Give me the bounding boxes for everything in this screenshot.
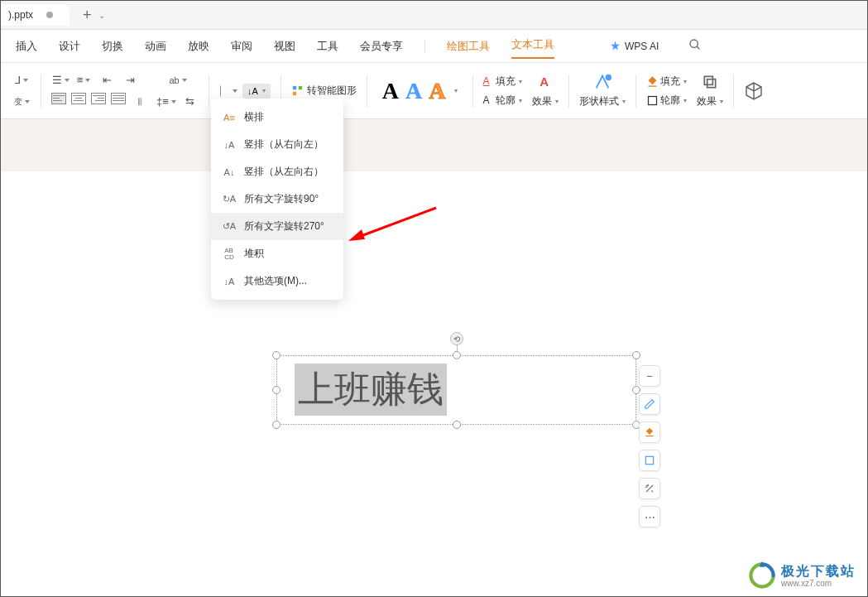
- resize-handle-tm[interactable]: [453, 351, 461, 359]
- bucket-icon: [644, 426, 655, 438]
- textbox-content[interactable]: 上班赚钱: [295, 363, 447, 416]
- shape-style-dropdown[interactable]: 形状样式▾: [579, 94, 626, 108]
- text-effects-dropdown[interactable]: ab: [169, 71, 187, 89]
- increase-indent-button[interactable]: ⇥: [121, 71, 139, 89]
- shape-effect-icon: [702, 73, 718, 91]
- text-effect-dropdown[interactable]: 效果▾: [532, 94, 559, 108]
- menu-stacked[interactable]: ABCD 堆积: [211, 240, 343, 267]
- svg-rect-4: [293, 92, 296, 95]
- watermark-logo: [748, 561, 776, 590]
- align-right-button[interactable]: [91, 93, 106, 104]
- svg-marker-12: [348, 229, 365, 241]
- shape-fill-dropdown[interactable]: 填充▾: [646, 75, 687, 89]
- svg-rect-8: [648, 96, 656, 104]
- cube-icon[interactable]: [744, 81, 764, 101]
- tab-list-dropdown[interactable]: ⌄: [98, 11, 105, 20]
- menu-rotate-90[interactable]: ↻A 所有文字旋转90°: [211, 185, 343, 213]
- wordart-style-2[interactable]: A: [405, 78, 422, 104]
- numbering-dropdown[interactable]: ≡: [74, 71, 93, 89]
- textbox-selection[interactable]: ⟲ 上班赚钱: [276, 355, 636, 425]
- menu-vertical-rtl[interactable]: ↓A 竖排（从右向左）: [211, 131, 343, 158]
- text-direction-menu: A≡ 横排 ↓A 竖排（从右向左） A↓ 竖排（从左向右） ↻A 所有文字旋转9…: [211, 99, 343, 300]
- svg-rect-2: [293, 86, 296, 89]
- ribbon-font-group: ⅃ 变: [7, 71, 36, 111]
- menu-horizontal[interactable]: A≡ 横排: [211, 104, 343, 131]
- fill-tool-button[interactable]: [639, 421, 660, 443]
- align-justify-button[interactable]: [111, 93, 126, 104]
- smart-graphic-button[interactable]: 转智能图形: [291, 84, 357, 98]
- paint-bucket-icon: [646, 75, 659, 88]
- menu-vertical-ltr[interactable]: A↓ 竖排（从左向右）: [211, 158, 343, 185]
- menu-review[interactable]: 审阅: [231, 36, 252, 57]
- align-center-button[interactable]: [71, 93, 86, 104]
- ribbon-textdir-group: ⎸ ↓A ▾: [214, 82, 276, 100]
- menu-animation[interactable]: 动画: [145, 36, 166, 57]
- wordart-style-1[interactable]: A: [382, 78, 399, 104]
- bullets-dropdown[interactable]: ☰: [51, 71, 70, 89]
- menu-bar: 插入 设计 切换 动画 放映 审阅 视图 工具 会员专享 绘图工具 文本工具 W…: [1, 30, 867, 63]
- text-outline-dropdown[interactable]: A 轮廓▾: [483, 94, 522, 108]
- wps-ai-button[interactable]: WPS AI: [609, 40, 659, 52]
- align-left-button[interactable]: [51, 93, 66, 104]
- menu-more-options[interactable]: ↓A 其他选项(M)...: [211, 267, 343, 295]
- distribute-button[interactable]: ⫴: [131, 93, 149, 111]
- menu-drawing-tools[interactable]: 绘图工具: [447, 36, 490, 57]
- wordart-more-dropdown[interactable]: ▾: [454, 87, 458, 94]
- ribbon-separator: [568, 75, 569, 108]
- resize-handle-bl[interactable]: [272, 421, 281, 429]
- ribbon-paragraph-group: ☰ ≡ ⇤ ⇥ ⫴ ab ‡≡ ⇆: [46, 71, 204, 111]
- ribbon-smart-group: 转智能图形: [286, 84, 362, 98]
- svg-line-11: [357, 208, 436, 238]
- horizontal-icon: A≡: [223, 111, 236, 124]
- rotate-handle[interactable]: ⟲: [450, 332, 463, 345]
- square-icon: [644, 455, 655, 466]
- menu-member[interactable]: 会员专享: [360, 36, 403, 57]
- text-direction-dropdown[interactable]: ↓A ▾: [242, 84, 271, 99]
- edit-button[interactable]: [639, 393, 660, 415]
- resize-handle-bm[interactable]: [453, 421, 461, 429]
- line-spacing-dropdown[interactable]: ‡≡: [157, 93, 175, 111]
- menu-tools[interactable]: 工具: [317, 36, 338, 57]
- menu-rotate-270[interactable]: ↺A 所有文字旋转270°: [211, 213, 343, 240]
- more-tools-button[interactable]: ⋯: [639, 506, 660, 527]
- canvas-background: [1, 119, 867, 171]
- decrease-indent-button[interactable]: ⇤: [98, 71, 116, 89]
- valign-dropdown[interactable]: ⎸: [219, 82, 237, 100]
- wordart-gallery[interactable]: A A A ▾: [377, 76, 463, 106]
- search-icon[interactable]: [688, 38, 702, 55]
- shape-outline-dropdown[interactable]: 轮廓▾: [646, 94, 687, 108]
- wps-ai-icon: [609, 40, 621, 52]
- ribbon-separator: [635, 75, 636, 108]
- new-tab-button[interactable]: +: [83, 7, 92, 24]
- menu-design[interactable]: 设计: [59, 36, 80, 57]
- svg-rect-13: [645, 436, 653, 436]
- font-variant-dropdown[interactable]: 变: [12, 93, 31, 111]
- ribbon-toolbar: ⅃ 变 ☰ ≡ ⇤ ⇥ ⫴ ab ‡≡: [1, 63, 867, 119]
- resize-handle-tl[interactable]: [272, 351, 281, 359]
- menu-slideshow[interactable]: 放映: [188, 36, 209, 57]
- menu-insert[interactable]: 插入: [16, 36, 37, 57]
- tab-bar: ).pptx + ⌄: [1, 1, 867, 30]
- wand-icon: [644, 483, 655, 494]
- menu-view[interactable]: 视图: [274, 36, 295, 57]
- resize-handle-ml[interactable]: [272, 386, 281, 394]
- menu-text-tools[interactable]: 文本工具: [511, 34, 554, 59]
- text-fill-dropdown[interactable]: A 填充▾: [483, 75, 522, 89]
- svg-rect-14: [645, 456, 653, 464]
- menu-transition[interactable]: 切换: [102, 36, 123, 57]
- magic-tool-button[interactable]: [639, 478, 660, 499]
- resize-handle-tr[interactable]: [632, 351, 640, 359]
- tab-title: ).pptx: [8, 9, 33, 21]
- zoom-out-button[interactable]: −: [639, 365, 660, 387]
- text-direction-icon: ↓A: [247, 86, 258, 96]
- char-spacing-button[interactable]: ⇆: [180, 93, 199, 111]
- border-tool-button[interactable]: [639, 450, 660, 471]
- ribbon-wordart-group: A A A ▾: [372, 76, 468, 106]
- shape-effect-dropdown[interactable]: 效果▾: [697, 94, 723, 108]
- document-tab[interactable]: ).pptx: [0, 4, 70, 26]
- svg-rect-9: [704, 76, 712, 84]
- smart-graphic-icon: [291, 84, 304, 97]
- ribbon-separator: [41, 75, 41, 108]
- font-style-dropdown[interactable]: ⅃: [12, 71, 31, 89]
- wordart-style-3[interactable]: A: [429, 78, 445, 104]
